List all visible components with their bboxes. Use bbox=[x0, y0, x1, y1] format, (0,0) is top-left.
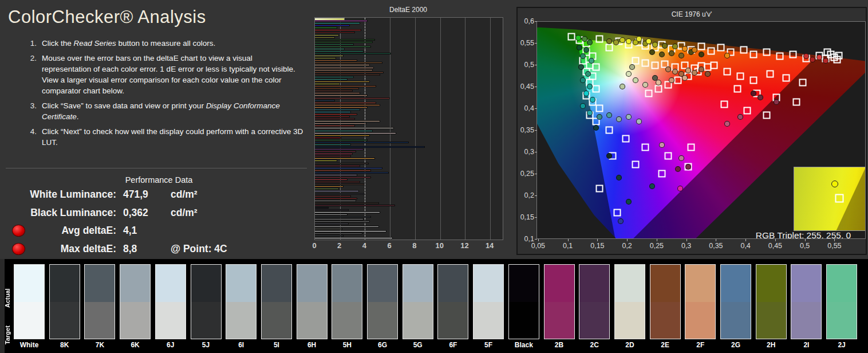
swatch-6F[interactable] bbox=[437, 264, 468, 339]
swatch-5H[interactable] bbox=[332, 264, 362, 339]
swatch-2I[interactable] bbox=[791, 264, 822, 339]
deltae-bar[interactable] bbox=[315, 25, 350, 26]
swatch-Black[interactable] bbox=[508, 264, 539, 339]
deltae-bar[interactable] bbox=[315, 202, 379, 204]
deltae-bar[interactable] bbox=[315, 172, 389, 174]
deltae-bar[interactable] bbox=[315, 130, 373, 132]
deltae-bar[interactable] bbox=[315, 27, 337, 29]
deltae-bar[interactable] bbox=[315, 62, 382, 64]
swatch-5J[interactable] bbox=[191, 264, 222, 339]
deltae-bar[interactable] bbox=[315, 127, 394, 129]
deltae-bar[interactable] bbox=[315, 74, 380, 76]
deltae-bar[interactable] bbox=[315, 233, 362, 234]
deltae-bar[interactable] bbox=[315, 22, 360, 24]
deltae-bar[interactable] bbox=[315, 214, 348, 215]
deltae-bar[interactable] bbox=[315, 90, 353, 92]
deltae-bar[interactable] bbox=[315, 88, 359, 89]
deltae-bar[interactable] bbox=[315, 79, 348, 80]
swatch-2D[interactable] bbox=[614, 264, 645, 339]
deltae-bar[interactable] bbox=[315, 116, 350, 117]
deltae-bar[interactable] bbox=[315, 53, 391, 54]
deltae-bar[interactable] bbox=[315, 142, 409, 143]
deltae-bar[interactable] bbox=[315, 205, 395, 206]
deltae-bar[interactable] bbox=[315, 102, 376, 104]
deltae-bar[interactable] bbox=[315, 118, 355, 120]
deltae-bar[interactable] bbox=[315, 181, 360, 183]
deltae-bar[interactable] bbox=[315, 200, 356, 202]
deltae-bar[interactable] bbox=[315, 195, 351, 197]
deltae-bar[interactable] bbox=[315, 146, 425, 148]
deltae-bar[interactable] bbox=[315, 132, 396, 134]
deltae-bar[interactable] bbox=[315, 37, 335, 38]
swatch-2F[interactable] bbox=[685, 264, 716, 339]
deltae-bar[interactable] bbox=[315, 104, 380, 106]
deltae-bar[interactable] bbox=[315, 148, 364, 150]
deltae-bar[interactable] bbox=[315, 72, 384, 73]
deltae-bar[interactable] bbox=[315, 67, 374, 69]
deltae-bar[interactable] bbox=[315, 179, 348, 181]
deltae-bar[interactable] bbox=[315, 50, 364, 52]
deltae-bar[interactable] bbox=[315, 76, 354, 78]
deltae-bar[interactable] bbox=[315, 85, 376, 87]
deltae-bar[interactable] bbox=[315, 100, 335, 101]
swatch-2J[interactable] bbox=[826, 264, 857, 339]
swatch-6J[interactable] bbox=[155, 264, 186, 339]
deltae-bar[interactable] bbox=[315, 211, 380, 213]
swatch-5F[interactable] bbox=[473, 264, 504, 339]
swatch-5I[interactable] bbox=[261, 264, 292, 339]
deltae-bar[interactable] bbox=[315, 190, 359, 192]
cie-chart-plot[interactable]: RGB Triplet: 255, 255, 0 deltaE: 2,4 bbox=[536, 21, 866, 239]
deltae-bar[interactable] bbox=[315, 207, 329, 209]
swatch-5G[interactable] bbox=[403, 264, 433, 339]
deltae-bar[interactable] bbox=[315, 48, 345, 50]
deltae-bar[interactable] bbox=[315, 216, 371, 218]
deltae-bar[interactable] bbox=[315, 29, 361, 31]
deltae-bar[interactable] bbox=[315, 97, 390, 99]
swatch-6K[interactable] bbox=[120, 264, 151, 339]
deltae-bar[interactable] bbox=[315, 209, 349, 211]
deltae-bar[interactable] bbox=[315, 46, 371, 48]
deltae-bar[interactable] bbox=[315, 41, 373, 43]
deltae-bar[interactable] bbox=[315, 163, 369, 164]
deltae-bar[interactable] bbox=[315, 174, 357, 176]
deltae-bar[interactable] bbox=[315, 155, 351, 157]
swatch-2H[interactable] bbox=[756, 264, 787, 339]
deltae-bar[interactable] bbox=[315, 109, 360, 111]
deltae-bar[interactable] bbox=[315, 81, 370, 83]
deltae-bar[interactable] bbox=[315, 165, 360, 167]
deltae-bar[interactable] bbox=[315, 153, 353, 155]
deltae-bar[interactable] bbox=[315, 20, 368, 22]
deltae-bar[interactable] bbox=[315, 167, 382, 169]
deltae-bar[interactable] bbox=[315, 226, 379, 228]
deltae-bar[interactable] bbox=[315, 34, 339, 36]
deltae-bar[interactable] bbox=[315, 237, 393, 239]
deltae-bar[interactable] bbox=[315, 64, 370, 66]
swatch-2G[interactable] bbox=[720, 264, 751, 339]
swatch-White[interactable] bbox=[14, 264, 45, 339]
swatch-6I[interactable] bbox=[226, 264, 257, 339]
deltae-bar[interactable] bbox=[315, 144, 351, 146]
deltae-bar[interactable] bbox=[315, 186, 344, 187]
deltae-bar[interactable] bbox=[315, 125, 355, 127]
deltae-bar[interactable] bbox=[315, 32, 355, 33]
deltae-bar[interactable] bbox=[315, 158, 375, 159]
deltae-bar[interactable] bbox=[315, 235, 344, 237]
deltae-bar[interactable] bbox=[315, 170, 371, 171]
deltae-bar[interactable] bbox=[315, 230, 386, 232]
swatch-7K[interactable] bbox=[84, 264, 115, 339]
swatch-8K[interactable] bbox=[49, 264, 80, 339]
deltae-bar[interactable] bbox=[315, 193, 365, 195]
deltae-bar[interactable] bbox=[315, 111, 351, 113]
deltae-bar[interactable] bbox=[315, 60, 357, 61]
deltae-bar[interactable] bbox=[315, 139, 368, 141]
deltae-bar[interactable] bbox=[315, 92, 360, 94]
swatch-6H[interactable] bbox=[297, 264, 328, 339]
deltae-bar[interactable] bbox=[315, 55, 344, 57]
deltae-bar[interactable] bbox=[315, 160, 337, 162]
deltae-bar[interactable] bbox=[315, 39, 375, 41]
deltae-bar[interactable] bbox=[315, 188, 339, 190]
deltae-bar[interactable] bbox=[315, 107, 368, 108]
deltae-bar[interactable] bbox=[315, 123, 366, 124]
swatch-2B[interactable] bbox=[544, 264, 575, 339]
deltae-bar[interactable] bbox=[315, 44, 354, 45]
